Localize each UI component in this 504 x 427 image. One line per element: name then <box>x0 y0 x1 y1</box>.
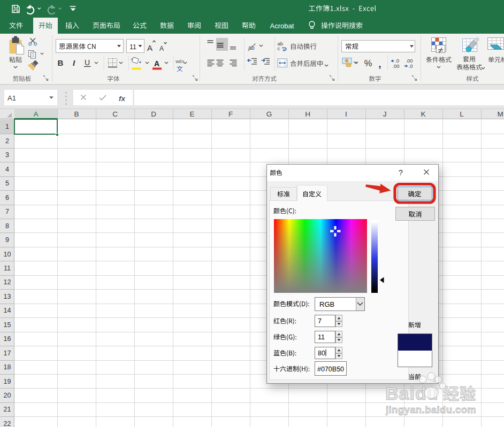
svg-text:jingyan.baidu.com: jingyan.baidu.com <box>385 404 476 415</box>
svg-text:B: B <box>58 58 64 67</box>
svg-text:12: 12 <box>4 278 11 286</box>
svg-text:U: U <box>85 58 90 67</box>
svg-text:#070B50: #070B50 <box>317 366 344 373</box>
svg-text:fx: fx <box>119 95 125 103</box>
svg-text:17: 17 <box>4 350 11 357</box>
svg-text:A: A <box>33 110 38 118</box>
svg-text:A: A <box>159 45 164 52</box>
svg-text:%: % <box>364 58 372 68</box>
svg-text:.00: .00 <box>392 63 399 69</box>
svg-text:20: 20 <box>4 392 11 399</box>
svg-text:3: 3 <box>5 151 9 159</box>
svg-text:c: c <box>278 45 280 51</box>
svg-text:21: 21 <box>4 406 11 413</box>
svg-text:7: 7 <box>318 317 322 325</box>
svg-text:11: 11 <box>318 333 325 341</box>
svg-text:K: K <box>421 110 425 118</box>
svg-text:15: 15 <box>4 321 11 329</box>
svg-text:L: L <box>460 110 464 118</box>
svg-text:H: H <box>305 110 310 118</box>
svg-text:2: 2 <box>5 137 9 145</box>
svg-text:?: ? <box>399 168 403 177</box>
svg-text:16: 16 <box>4 335 11 343</box>
svg-text:11: 11 <box>4 265 11 272</box>
svg-text:1: 1 <box>5 123 9 130</box>
svg-text:8: 8 <box>5 222 9 230</box>
svg-text:RGB: RGB <box>319 300 334 308</box>
svg-text:13: 13 <box>4 293 11 300</box>
svg-text:Acrobat: Acrobat <box>270 22 294 30</box>
svg-text:5: 5 <box>5 180 9 187</box>
svg-text:A1: A1 <box>7 94 16 102</box>
svg-text:E: E <box>189 110 194 118</box>
svg-text:I: I <box>73 58 75 67</box>
svg-text:F: F <box>228 110 233 118</box>
svg-text:A: A <box>154 59 159 68</box>
svg-text:wén: wén <box>175 59 184 64</box>
svg-text:.0: .0 <box>409 63 413 69</box>
svg-text:9: 9 <box>5 236 9 244</box>
svg-text:11: 11 <box>129 43 136 51</box>
svg-text:,: , <box>378 58 381 69</box>
svg-text:18: 18 <box>4 363 11 371</box>
svg-text:10: 10 <box>4 251 11 258</box>
svg-text:A: A <box>147 43 152 52</box>
svg-text:22: 22 <box>4 420 11 427</box>
svg-text:14: 14 <box>4 307 11 314</box>
svg-text:7: 7 <box>5 208 9 215</box>
svg-text:B: B <box>74 110 79 118</box>
svg-text:M: M <box>497 110 503 118</box>
svg-text:G: G <box>266 110 272 118</box>
svg-text:D: D <box>151 110 156 118</box>
svg-text:80: 80 <box>318 350 325 357</box>
svg-text:19: 19 <box>4 378 11 385</box>
svg-text:J: J <box>383 110 387 118</box>
svg-text:6: 6 <box>5 194 9 201</box>
svg-text:C: C <box>112 110 118 118</box>
svg-text:4: 4 <box>5 166 9 173</box>
svg-text:I: I <box>345 110 347 118</box>
